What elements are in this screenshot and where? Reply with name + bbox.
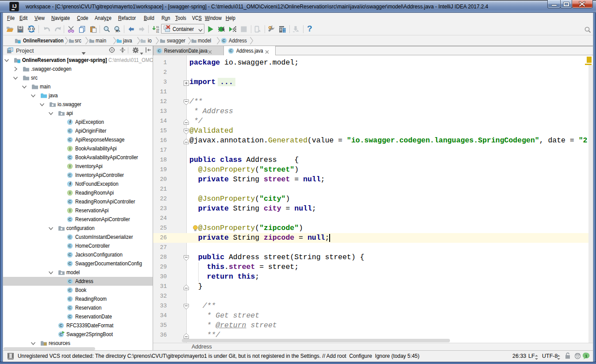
svg-text:C: C [69,234,72,239]
svg-text:C: C [69,137,72,142]
svg-text:I: I [69,208,71,213]
svg-text:I: I [69,190,71,195]
svg-text:C: C [223,38,226,43]
svg-text:C: C [69,217,72,222]
svg-text:C: C [69,128,72,133]
svg-text:C: C [69,199,72,204]
svg-text:A: A [115,29,119,33]
svg-text:1: 1 [585,353,588,358]
svg-text:C: C [230,48,233,53]
svg-text:C: C [69,296,72,301]
svg-text:C: C [69,305,72,310]
svg-text:01: 01 [156,31,159,33]
svg-text:I: I [69,164,71,169]
svg-text:C: C [69,261,72,266]
svg-text:C: C [69,279,72,284]
svg-text:C: C [158,48,161,53]
svg-text:C: C [69,155,72,160]
svg-text:C: C [69,314,72,319]
svg-text:C: C [69,252,72,257]
svg-text:I: I [69,146,71,151]
svg-text:C: C [60,323,63,328]
svg-text:C: C [69,287,72,292]
svg-text:C: C [69,172,72,177]
svg-text:C: C [69,243,72,248]
